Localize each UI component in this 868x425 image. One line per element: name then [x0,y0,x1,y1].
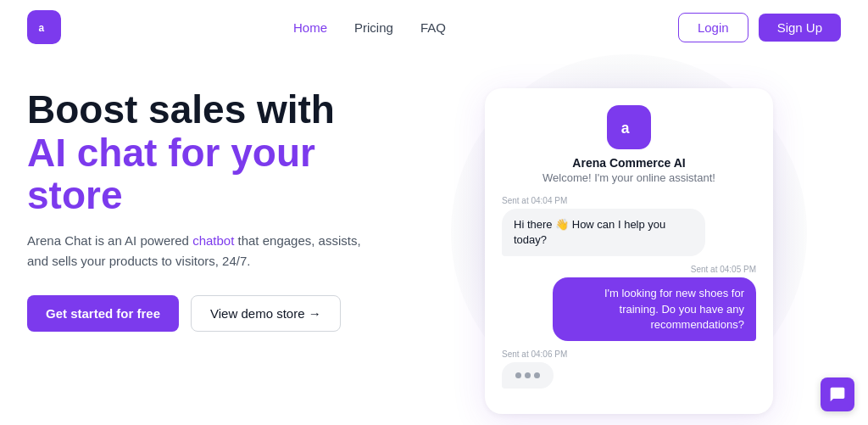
hero-section: Boost sales with AI chat for your store … [0,54,868,425]
chat-card: a Arena Commerce AI Welcome! I'm your on… [485,88,773,414]
nav-faq[interactable]: FAQ [420,20,446,35]
hero-ctas: Get started for free View demo store → [27,295,417,332]
dot-2 [525,372,531,378]
signup-button[interactable]: Sign Up [759,14,841,42]
message-row-3: Sent at 04:06 PM [502,350,756,389]
dot-3 [534,372,540,378]
logo-icon: a [27,10,61,44]
chat-header: a Arena Commerce AI Welcome! I'm your on… [502,105,756,184]
nav-home[interactable]: Home [293,20,327,35]
typing-indicator [502,362,554,389]
chat-bot-avatar: a [607,105,651,149]
hero-right: a Arena Commerce AI Welcome! I'm your on… [417,71,841,414]
logo[interactable]: a [27,10,61,44]
dot-1 [515,372,521,378]
nav-links: Home Pricing FAQ [293,20,446,35]
message-row-2: Sent at 04:05 PM I'm looking for new sho… [502,265,756,341]
heading-line2-purple: AI chat for your store [27,131,315,218]
hero-heading: Boost sales with AI chat for your store [27,88,417,217]
hero-left: Boost sales with AI chat for your store … [27,71,417,332]
msg2-bubble: I'm looking for new shoes for training. … [553,277,756,341]
msg1-bubble: Hi there 👋 How can I help you today? [502,209,705,256]
nav-actions: Login Sign Up [678,13,841,42]
msg2-time: Sent at 04:05 PM [502,265,756,274]
login-button[interactable]: Login [678,13,748,42]
message-row-1: Sent at 04:04 PM Hi there 👋 How can I he… [502,196,756,256]
chat-widget-button[interactable] [821,377,854,411]
heading-line1: Boost sales with [27,87,335,131]
view-demo-button[interactable]: View demo store → [191,295,341,332]
hero-subtext: Arena Chat is an AI powered chatbot that… [27,231,366,271]
svg-text:a: a [39,22,45,34]
svg-text:a: a [621,120,630,137]
msg1-time: Sent at 04:04 PM [502,196,756,205]
chat-bot-welcome: Welcome! I'm your online assistant! [542,171,715,184]
get-started-button[interactable]: Get started for free [27,295,179,332]
msg3-time: Sent at 04:06 PM [502,350,756,359]
nav-pricing[interactable]: Pricing [354,20,393,35]
chat-bot-name: Arena Commerce AI [572,156,685,170]
